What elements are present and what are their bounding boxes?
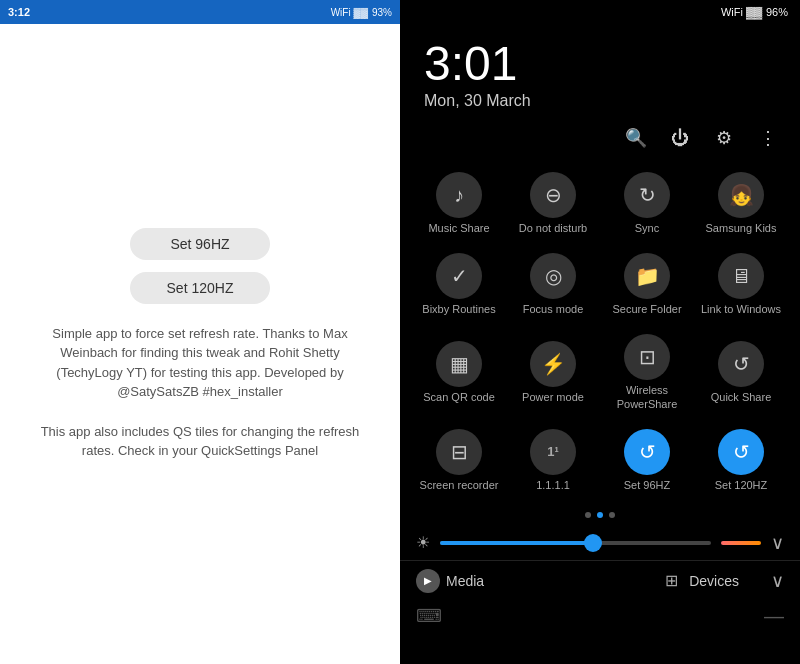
- bixby-label: Bixby Routines: [422, 303, 495, 316]
- app-description2: This app also includes QS tiles for chan…: [40, 422, 360, 461]
- dnd-label: Do not disturb: [519, 222, 587, 235]
- scan-qr-label: Scan QR code: [423, 391, 495, 404]
- quick-share-icon: ↺: [718, 341, 764, 387]
- bottom-swipe-indicator: —: [764, 605, 784, 628]
- tile-wireless-ps[interactable]: ⊡ Wireless PowerShare: [600, 324, 694, 418]
- power-mode-label: Power mode: [522, 391, 584, 404]
- left-status-icons: WiFi ▓▓ 93%: [331, 7, 392, 18]
- qs-grid: ♪ Music Share ⊖ Do not disturb ↻ Sync 👧 …: [400, 158, 800, 504]
- left-panel: 3:12 WiFi ▓▓ 93% Set 96HZ Set 120HZ Simp…: [0, 0, 400, 664]
- left-signal: WiFi ▓▓: [331, 7, 368, 18]
- right-battery: 96%: [766, 6, 788, 18]
- bottom-bar: ▶ Media ⊞ Devices ∨: [400, 560, 800, 601]
- music-share-icon: ♪: [436, 172, 482, 218]
- samsung-kids-icon: 👧: [718, 172, 764, 218]
- tile-link-windows[interactable]: 🖥 Link to Windows: [694, 243, 788, 324]
- left-battery: 93%: [372, 7, 392, 18]
- power-mode-icon: ⚡: [530, 341, 576, 387]
- clock-time: 3:01: [424, 40, 776, 88]
- focus-label: Focus mode: [523, 303, 584, 316]
- tile-set120hz[interactable]: ↺ Set 120HZ: [694, 419, 788, 500]
- more-icon[interactable]: ⋮: [756, 126, 780, 150]
- wireless-ps-icon: ⊡: [624, 334, 670, 380]
- top-icons-row: 🔍 ⏻ ⚙ ⋮: [400, 118, 800, 158]
- tile-music-share[interactable]: ♪ Music Share: [412, 162, 506, 243]
- brightness-expand-icon[interactable]: ∨: [771, 532, 784, 554]
- tile-focus[interactable]: ◎ Focus mode: [506, 243, 600, 324]
- dot-1: [585, 512, 591, 518]
- app-description: Simple app to force set refresh rate. Th…: [40, 324, 360, 402]
- bixby-icon: ✓: [436, 253, 482, 299]
- tile-samsung-kids[interactable]: 👧 Samsung Kids: [694, 162, 788, 243]
- set96hz-icon: ↺: [624, 429, 670, 475]
- samsung-kids-label: Samsung Kids: [706, 222, 777, 235]
- left-status-bar: 3:12 WiFi ▓▓ 93%: [0, 0, 400, 24]
- brightness-low-icon: ☀: [416, 533, 430, 552]
- tile-1111[interactable]: 1¹ 1.1.1.1: [506, 419, 600, 500]
- tile-secure-folder[interactable]: 📁 Secure Folder: [600, 243, 694, 324]
- dns-icon: 1¹: [530, 429, 576, 475]
- right-status-bar: WiFi ▓▓ 96%: [400, 0, 800, 24]
- link-windows-label: Link to Windows: [701, 303, 781, 316]
- focus-icon: ◎: [530, 253, 576, 299]
- devices-button[interactable]: ⊞ Devices: [659, 569, 739, 593]
- tile-set96hz[interactable]: ↺ Set 96HZ: [600, 419, 694, 500]
- set-96hz-button[interactable]: Set 96HZ: [130, 228, 270, 260]
- dot-3: [609, 512, 615, 518]
- set120hz-icon: ↺: [718, 429, 764, 475]
- left-content: Set 96HZ Set 120HZ Simple app to force s…: [0, 24, 400, 664]
- right-signal: WiFi ▓▓: [721, 6, 762, 18]
- sync-label: Sync: [635, 222, 659, 235]
- page-dots: [400, 504, 800, 526]
- keyboard-icon[interactable]: ⌨: [416, 605, 442, 627]
- media-label: Media: [446, 573, 484, 589]
- secure-folder-icon: 📁: [624, 253, 670, 299]
- secure-folder-label: Secure Folder: [612, 303, 681, 316]
- tile-screen-recorder[interactable]: ⊟ Screen recorder: [412, 419, 506, 500]
- wireless-ps-label: Wireless PowerShare: [604, 384, 690, 410]
- scan-qr-icon: ▦: [436, 341, 482, 387]
- tile-scan-qr[interactable]: ▦ Scan QR code: [412, 324, 506, 418]
- right-panel: WiFi ▓▓ 96% 3:01 Mon, 30 March 🔍 ⏻ ⚙ ⋮ ♪…: [400, 0, 800, 664]
- set96hz-label: Set 96HZ: [624, 479, 670, 492]
- screen-recorder-icon: ⊟: [436, 429, 482, 475]
- search-icon[interactable]: 🔍: [624, 126, 648, 150]
- media-play-icon: ▶: [416, 569, 440, 593]
- devices-label: Devices: [689, 573, 739, 589]
- set-120hz-button[interactable]: Set 120HZ: [130, 272, 270, 304]
- quick-share-label: Quick Share: [711, 391, 772, 404]
- link-windows-icon: 🖥: [718, 253, 764, 299]
- media-button[interactable]: ▶ Media: [416, 569, 484, 593]
- brightness-track: [440, 541, 589, 545]
- tile-do-not-disturb[interactable]: ⊖ Do not disturb: [506, 162, 600, 243]
- dns-label: 1.1.1.1: [536, 479, 570, 492]
- clock-date: Mon, 30 March: [424, 92, 776, 110]
- tile-bixby[interactable]: ✓ Bixby Routines: [412, 243, 506, 324]
- keyboard-row: ⌨ —: [400, 601, 800, 632]
- brightness-extra: [721, 541, 761, 545]
- clock-section: 3:01 Mon, 30 March: [400, 24, 800, 118]
- sync-icon: ↻: [624, 172, 670, 218]
- set120hz-label: Set 120HZ: [715, 479, 768, 492]
- dot-2: [597, 512, 603, 518]
- music-share-label: Music Share: [428, 222, 489, 235]
- expand-icon[interactable]: ∨: [771, 570, 784, 592]
- brightness-thumb: [584, 534, 602, 552]
- tile-sync[interactable]: ↻ Sync: [600, 162, 694, 243]
- power-icon[interactable]: ⏻: [668, 126, 692, 150]
- dnd-icon: ⊖: [530, 172, 576, 218]
- brightness-row: ☀ ∨: [400, 526, 800, 560]
- screen-recorder-label: Screen recorder: [420, 479, 499, 492]
- tile-power-mode[interactable]: ⚡ Power mode: [506, 324, 600, 418]
- brightness-slider[interactable]: [440, 541, 711, 545]
- settings-icon[interactable]: ⚙: [712, 126, 736, 150]
- devices-grid-icon: ⊞: [659, 569, 683, 593]
- tile-quick-share[interactable]: ↺ Quick Share: [694, 324, 788, 418]
- left-time: 3:12: [8, 6, 30, 18]
